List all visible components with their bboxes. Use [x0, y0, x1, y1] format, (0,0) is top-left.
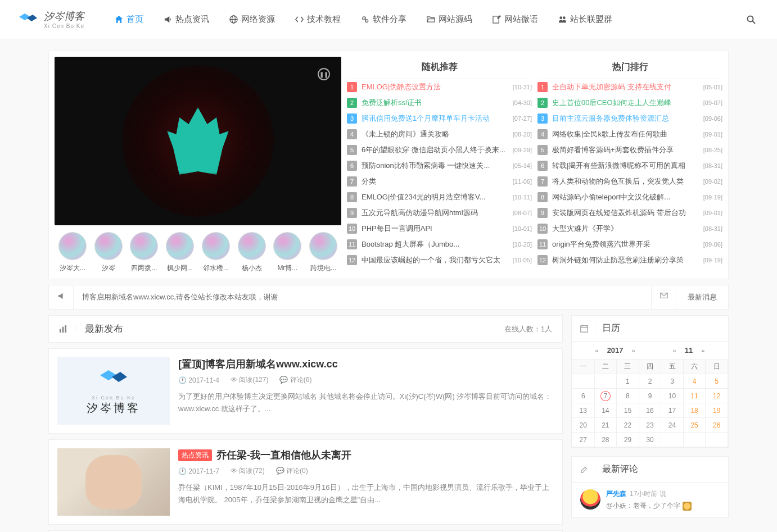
rank-item[interactable]: 11origin平台免费领蒸汽世界开采[09-06] [537, 237, 722, 252]
rank-item[interactable]: 56年的望眼欲穿 微信启动页小黑人终于换来...[09-29] [347, 142, 532, 158]
friend-link-item[interactable]: 汐岑 [93, 232, 124, 273]
rank-number: 3 [347, 113, 357, 124]
rank-item[interactable]: 3目前主流云服务器免费体验资源汇总[09-06] [537, 111, 722, 126]
nav-item-globe[interactable]: 网络资源 [222, 10, 283, 29]
rank-item[interactable]: 12中国最应该崛起的一个省，我们都亏欠它太[10-05] [347, 252, 532, 268]
mail-icon[interactable] [651, 285, 676, 310]
rank-item[interactable]: 2免费泛解析ssl证书[04-30] [347, 95, 532, 111]
calendar-day[interactable]: 21 [594, 418, 617, 433]
calendar-day[interactable]: 27 [572, 433, 595, 447]
calendar-day[interactable]: 16 [639, 403, 661, 418]
rank-item[interactable]: 10PHP每日一言调用API[10-01] [347, 221, 532, 237]
post-date: 🕐 2017-11-7 [178, 466, 219, 476]
rank-item[interactable]: 12树洞外链如何防止防恶意刷注册刷分享策[09-19] [537, 252, 722, 268]
calendar-day[interactable]: 14 [594, 403, 617, 418]
calendar-day[interactable]: 30 [639, 433, 661, 447]
comment-item[interactable]: 严先森 17小时前 说@小妖：老哥，少了个字 [572, 483, 728, 517]
nav-item-users[interactable]: 站长联盟群 [550, 10, 620, 29]
calendar-day[interactable]: 26 [706, 418, 728, 433]
rank-item[interactable]: 11Bootstrap 超大屏幕（Jumbo...[10-20] [347, 237, 532, 252]
rank-item[interactable]: 4《未上锁的房间》通关攻略[08-20] [347, 126, 532, 142]
calendar-day[interactable]: 13 [572, 403, 595, 418]
rank-item[interactable]: 2史上首位00后CEO如何走上人生巅峰[09-07] [537, 95, 722, 111]
friend-link-item[interactable]: 跨境电... [308, 232, 338, 273]
year-next[interactable]: » [632, 347, 635, 354]
rank-number: 4 [537, 129, 548, 139]
logo-icon [17, 11, 39, 28]
calendar-day[interactable]: 10 [661, 389, 684, 403]
rank-item[interactable]: 1EMLOG|伪静态设置方法[10-31] [347, 79, 532, 95]
calendar-day[interactable]: 23 [639, 418, 661, 433]
post-date: 🕐 2017-11-4 [178, 375, 219, 385]
avatar [58, 232, 87, 260]
rank-item[interactable]: 1全自动下单无加密源码 支持在线支付[05-01] [537, 79, 722, 95]
post-card[interactable]: Xi Cen Bo Ke汐岑博客[置顶]博客启用新域名www.xicw.cc🕐 … [48, 348, 563, 434]
calendar-day[interactable]: 6 [572, 389, 595, 403]
friend-link-item[interactable]: 邻水楼... [201, 232, 231, 273]
rank-item[interactable]: 10大型灾难片《开学》[08-31] [537, 221, 722, 237]
rank-item[interactable]: 7将人类和动物的角色互换后，突发觉人类[09-02] [537, 174, 722, 189]
calendar-day[interactable]: 12 [706, 389, 728, 403]
calendar-day[interactable]: 22 [617, 418, 639, 433]
calendar-day[interactable]: 4 [683, 374, 706, 389]
nav-item-cogs[interactable]: 软件分享 [353, 10, 414, 29]
friend-link-item[interactable]: Mr博... [273, 232, 303, 273]
rank-item[interactable]: 3腾讯信用免费送1个月摩拜单车月卡活动[07-27] [347, 111, 532, 126]
calendar-day[interactable]: 11 [683, 389, 706, 403]
latest-news-link[interactable]: 最新消息 [676, 285, 728, 310]
nav-item-edit[interactable]: 网站微语 [485, 10, 546, 29]
calendar-day[interactable]: 29 [617, 433, 639, 447]
rank-item[interactable]: 6预防onion比特币勒索病毒 一键快速关...[05-14] [347, 158, 532, 174]
rank-item[interactable]: 7分类[11-06] [347, 174, 532, 189]
month-prev[interactable]: « [673, 347, 676, 354]
month-next[interactable]: » [701, 347, 704, 354]
post-title[interactable]: [置顶]博客启用新域名www.xicw.cc [178, 357, 338, 371]
calendar-day[interactable]: 7 [594, 389, 617, 403]
hero-carousel[interactable]: ❚❚ [55, 57, 341, 225]
friend-link-item[interactable]: 杨小杰 [237, 232, 267, 273]
search-icon[interactable] [742, 11, 760, 29]
year-prev[interactable]: « [595, 347, 599, 354]
post-title[interactable]: 乔任梁-我一直相信他从未离开 [216, 448, 351, 462]
friend-link-item[interactable]: 汐岑大... [57, 232, 88, 273]
rank-item[interactable]: 9安装版网页在线短信轰炸机源码 带后台功[09-01] [537, 205, 722, 221]
notice-text[interactable]: 博客启用新域名www.xicw.cc,请各位站长修改本站友联，谢谢 [74, 292, 651, 302]
logo[interactable]: 汐岑博客 Xi Cen Bo Ke [17, 10, 84, 29]
rank-item[interactable]: 4网络收集|全民k歌上传发布任何歌曲[09-01] [537, 126, 722, 142]
calendar-day[interactable]: 24 [661, 418, 684, 433]
post-category-tag[interactable]: 热点资讯 [178, 449, 212, 461]
avatar-label: 汐岑大... [57, 263, 88, 273]
calendar-day[interactable]: 1 [617, 374, 639, 389]
calendar-widget: 日历 « 2017 » « 11 » 一二三四五六日 1 [571, 315, 729, 448]
calendar-day[interactable]: 5 [706, 374, 728, 389]
nav-item-folder[interactable]: 网站源码 [419, 10, 480, 29]
hero-section: ❚❚ 汐岑大...汐岑四两拨...枫少网...邻水楼...杨小杰Mr博...跨境… [48, 51, 729, 279]
calendar-day[interactable]: 19 [706, 403, 728, 418]
calendar-day[interactable]: 8 [617, 389, 639, 403]
friend-link-item[interactable]: 枫少网... [165, 232, 195, 273]
pause-icon[interactable]: ❚❚ [318, 68, 330, 80]
rank-item[interactable]: 5极简好看博客源码+两套收费插件分享[08-25] [537, 142, 722, 158]
calendar-day[interactable]: 20 [572, 418, 595, 433]
rank-item[interactable]: 8网站源码小偷teleport中文汉化破解...[09-19] [537, 189, 722, 205]
calendar-day[interactable]: 28 [594, 433, 617, 447]
rank-item[interactable]: 8EMLOG|价值234元的明月浩空博客V...[10-11] [347, 189, 532, 205]
friend-links: 汐岑大...汐岑四两拨...枫少网...邻水楼...杨小杰Mr博...跨境电..… [55, 232, 341, 273]
calendar-day[interactable]: 25 [683, 418, 706, 433]
friend-link-item[interactable]: 四两拨... [129, 232, 160, 273]
nav-item-home[interactable]: 首页 [107, 10, 151, 29]
avatar-label: 枫少网... [165, 263, 195, 273]
calendar-day[interactable]: 3 [661, 374, 684, 389]
calendar-day[interactable]: 15 [617, 403, 639, 418]
calendar-day[interactable]: 2 [639, 374, 661, 389]
rank-item[interactable]: 9五次元导航高仿动漫导航网html源码[08-07] [347, 205, 532, 221]
rank-item[interactable]: 6转载|揭开有些新浪微博昵称不可用的真相[08-31] [537, 158, 722, 174]
comment-author[interactable]: 严先森 [606, 489, 626, 499]
post-card[interactable]: 热点资讯乔任梁-我一直相信他从未离开🕐 2017-11-7👁 阅读(72)💬 评… [48, 439, 563, 525]
calendar-day[interactable]: 17 [661, 403, 684, 418]
navbar: 汐岑博客 Xi Cen Bo Ke 首页热点资讯网络资源技术教程软件分享网站源码… [0, 0, 777, 39]
nav-item-code[interactable]: 技术教程 [287, 10, 349, 29]
calendar-day[interactable]: 18 [683, 403, 706, 418]
calendar-day[interactable]: 9 [639, 389, 661, 403]
nav-item-bullhorn[interactable]: 热点资讯 [156, 10, 217, 29]
